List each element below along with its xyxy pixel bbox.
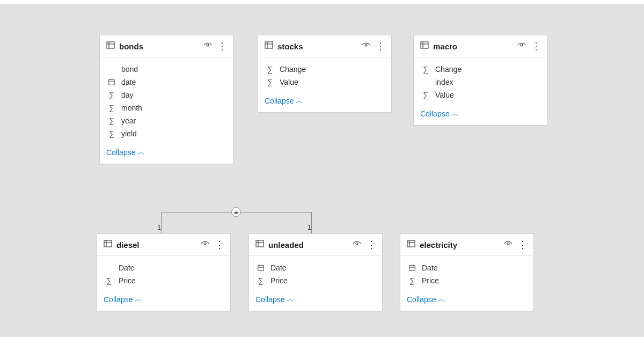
visibility-icon[interactable] — [203, 41, 212, 52]
more-options-icon[interactable]: ⋮ — [215, 243, 224, 247]
field-row[interactable]: Date — [249, 261, 382, 274]
sigma-icon: ∑ — [420, 65, 431, 74]
field-row[interactable]: ∑month — [100, 101, 233, 114]
visibility-icon[interactable] — [504, 239, 513, 250]
chevron-up-icon: ︿ — [438, 295, 445, 304]
cardinality-left: 1 — [157, 223, 161, 231]
sigma-icon: ∑ — [420, 91, 431, 99]
svg-rect-0 — [107, 42, 114, 48]
sigma-icon: ∑ — [106, 116, 117, 125]
field-row[interactable]: date — [100, 76, 233, 89]
svg-point-3 — [207, 44, 209, 46]
cardinality-right: 1 — [308, 223, 311, 231]
collapse-button[interactable]: Collapse︿ — [400, 290, 533, 311]
svg-rect-28 — [407, 240, 415, 247]
sigma-icon: ∑ — [106, 104, 117, 112]
svg-point-23 — [356, 243, 358, 245]
svg-rect-32 — [409, 266, 415, 271]
sigma-icon: ∑ — [106, 129, 117, 138]
field-row[interactable]: ∑Change — [414, 63, 547, 76]
table-card-unleaded[interactable]: unleaded ⋮ Date ∑Price Collapse︿ — [248, 233, 383, 311]
table-card-bonds[interactable]: bonds ⋮ bond date ∑day ∑month ∑year ∑yie… — [99, 35, 233, 164]
calendar-icon — [407, 264, 418, 272]
sigma-icon: ∑ — [255, 276, 266, 285]
visibility-icon[interactable] — [201, 239, 209, 250]
visibility-icon[interactable] — [517, 41, 526, 52]
table-fields: Date ∑Price — [400, 256, 533, 290]
relationship-direction-icon[interactable]: ◂▸ — [231, 207, 241, 217]
field-row[interactable]: ∑Price — [249, 274, 382, 287]
table-icon — [104, 239, 112, 250]
more-options-icon[interactable]: ⋮ — [518, 243, 527, 247]
chevron-up-icon: ︿ — [296, 96, 303, 106]
field-row[interactable]: ∑Value — [258, 76, 391, 89]
more-options-icon[interactable]: ⋮ — [217, 44, 226, 49]
svg-rect-24 — [258, 266, 264, 271]
table-header: unleaded ⋮ — [249, 234, 382, 256]
table-header: diesel ⋮ — [97, 234, 230, 256]
svg-rect-8 — [265, 42, 273, 48]
field-row[interactable]: index — [414, 76, 547, 89]
visibility-icon[interactable] — [353, 239, 361, 250]
table-header: electricity ⋮ — [400, 234, 533, 256]
chevron-up-icon: ︿ — [451, 109, 459, 119]
svg-point-19 — [204, 243, 206, 245]
field-row[interactable]: ∑Price — [97, 274, 230, 287]
table-title: stocks — [277, 42, 362, 51]
field-row[interactable]: ∑day — [100, 89, 233, 101]
table-header: bonds ⋮ — [100, 35, 233, 57]
calendar-icon — [255, 264, 266, 272]
table-icon — [420, 41, 429, 52]
chevron-up-icon: ︿ — [287, 295, 294, 304]
svg-rect-12 — [421, 42, 428, 48]
sigma-icon: ∑ — [265, 65, 275, 74]
table-fields: Date ∑Price — [249, 256, 382, 290]
svg-point-11 — [365, 44, 367, 46]
collapse-button[interactable]: Collapse︿ — [414, 105, 547, 125]
more-options-icon[interactable]: ⋮ — [367, 243, 376, 247]
table-icon — [106, 41, 115, 52]
table-fields: Date ∑Price — [97, 256, 230, 290]
field-row[interactable]: ∑Price — [400, 274, 533, 287]
more-options-icon[interactable]: ⋮ — [376, 44, 385, 49]
visibility-icon[interactable] — [362, 41, 370, 52]
svg-point-31 — [507, 243, 509, 245]
table-card-electricity[interactable]: electricity ⋮ Date ∑Price Collapse︿ — [400, 233, 534, 311]
chevron-up-icon: ︿ — [137, 148, 145, 157]
table-fields: ∑Change ∑Value — [258, 57, 391, 92]
field-row[interactable]: ∑Value — [414, 89, 547, 101]
table-fields: bond date ∑day ∑month ∑year ∑yield — [100, 57, 233, 143]
table-header: macro ⋮ — [414, 35, 547, 57]
field-row[interactable]: ∑Change — [258, 63, 391, 76]
sigma-icon: ∑ — [104, 276, 114, 285]
table-card-macro[interactable]: macro ⋮ ∑Change index ∑Value Collapse︿ — [413, 35, 547, 126]
field-row[interactable]: bond — [100, 63, 233, 76]
collapse-button[interactable]: Collapse︿ — [97, 290, 230, 311]
sigma-icon: ∑ — [407, 276, 418, 285]
table-card-diesel[interactable]: diesel ⋮ Date ∑Price Collapse︿ — [97, 233, 231, 311]
sigma-icon: ∑ — [265, 78, 275, 86]
collapse-button[interactable]: Collapse︿ — [258, 92, 391, 112]
field-row[interactable]: ∑yield — [100, 127, 233, 140]
chevron-up-icon: ︿ — [135, 295, 142, 304]
calendar-icon — [106, 78, 117, 86]
field-row[interactable]: ∑year — [100, 114, 233, 127]
table-title: unleaded — [268, 240, 353, 250]
top-bar — [0, 0, 644, 4]
table-icon — [255, 239, 264, 250]
table-title: bonds — [119, 42, 203, 51]
field-row[interactable]: Date — [97, 261, 230, 274]
collapse-button[interactable]: Collapse︿ — [249, 290, 382, 311]
svg-rect-4 — [109, 80, 115, 85]
sigma-icon: ∑ — [106, 91, 117, 99]
table-fields: ∑Change index ∑Value — [414, 57, 547, 105]
collapse-button[interactable]: Collapse︿ — [100, 143, 233, 164]
table-icon — [407, 239, 415, 250]
table-header: stocks ⋮ — [258, 35, 391, 57]
table-title: electricity — [420, 240, 504, 250]
field-row[interactable]: Date — [400, 261, 533, 274]
table-title: macro — [433, 42, 517, 51]
more-options-icon[interactable]: ⋮ — [531, 44, 540, 49]
svg-point-15 — [521, 44, 523, 46]
table-card-stocks[interactable]: stocks ⋮ ∑Change ∑Value Collapse︿ — [258, 35, 392, 113]
